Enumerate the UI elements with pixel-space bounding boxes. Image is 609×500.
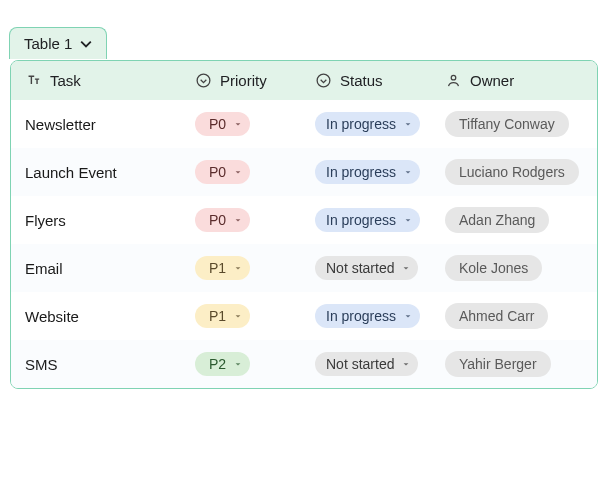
status-value: In progress bbox=[326, 164, 396, 180]
status-pill[interactable]: In progress bbox=[315, 304, 420, 328]
table-row: NewsletterP0In progressTiffany Conway bbox=[11, 100, 597, 148]
priority-value: P0 bbox=[209, 164, 226, 180]
owner-pill[interactable]: Luciano Rodgers bbox=[445, 159, 579, 185]
table-container: Task Priority Status Owner NewsletterP0I… bbox=[10, 60, 598, 389]
status-pill[interactable]: In progress bbox=[315, 160, 420, 184]
priority-pill[interactable]: P0 bbox=[195, 112, 250, 136]
priority-pill[interactable]: P1 bbox=[195, 304, 250, 328]
priority-value: P0 bbox=[209, 116, 226, 132]
owner-pill[interactable]: Kole Jones bbox=[445, 255, 542, 281]
status-value: In progress bbox=[326, 212, 396, 228]
task-cell[interactable]: SMS bbox=[25, 356, 58, 373]
table-tab[interactable]: Table 1 bbox=[9, 27, 107, 59]
table-body: NewsletterP0In progressTiffany ConwayLau… bbox=[11, 100, 597, 388]
task-cell[interactable]: Launch Event bbox=[25, 164, 117, 181]
priority-value: P2 bbox=[209, 356, 226, 372]
priority-pill[interactable]: P1 bbox=[195, 256, 250, 280]
dropdown-circle-icon bbox=[315, 72, 332, 89]
table-tab-label: Table 1 bbox=[24, 35, 72, 52]
status-pill[interactable]: Not started bbox=[315, 352, 418, 376]
table-row: EmailP1Not startedKole Jones bbox=[11, 244, 597, 292]
priority-value: P0 bbox=[209, 212, 226, 228]
status-pill[interactable]: In progress bbox=[315, 112, 420, 136]
priority-pill[interactable]: P2 bbox=[195, 352, 250, 376]
svg-point-1 bbox=[317, 74, 330, 87]
col-header-owner[interactable]: Owner bbox=[470, 72, 514, 89]
table-row: Launch EventP0In progressLuciano Rodgers bbox=[11, 148, 597, 196]
col-header-task[interactable]: Task bbox=[50, 72, 81, 89]
owner-pill[interactable]: Adan Zhang bbox=[445, 207, 549, 233]
table-row: FlyersP0In progressAdan Zhang bbox=[11, 196, 597, 244]
col-header-status[interactable]: Status bbox=[340, 72, 383, 89]
owner-pill[interactable]: Ahmed Carr bbox=[445, 303, 548, 329]
dropdown-circle-icon bbox=[195, 72, 212, 89]
priority-pill[interactable]: P0 bbox=[195, 160, 250, 184]
table-header: Task Priority Status Owner bbox=[11, 61, 597, 100]
status-value: Not started bbox=[326, 260, 394, 276]
status-value: Not started bbox=[326, 356, 394, 372]
owner-pill[interactable]: Yahir Berger bbox=[445, 351, 551, 377]
priority-pill[interactable]: P0 bbox=[195, 208, 250, 232]
svg-point-0 bbox=[197, 74, 210, 87]
table-row: SMSP2Not startedYahir Berger bbox=[11, 340, 597, 388]
person-icon bbox=[445, 72, 462, 89]
task-cell[interactable]: Flyers bbox=[25, 212, 66, 229]
priority-value: P1 bbox=[209, 260, 226, 276]
svg-point-2 bbox=[451, 75, 456, 80]
task-cell[interactable]: Website bbox=[25, 308, 79, 325]
priority-value: P1 bbox=[209, 308, 226, 324]
status-value: In progress bbox=[326, 116, 396, 132]
text-type-icon bbox=[25, 72, 42, 89]
col-header-priority[interactable]: Priority bbox=[220, 72, 267, 89]
table-row: WebsiteP1In progressAhmed Carr bbox=[11, 292, 597, 340]
owner-pill[interactable]: Tiffany Conway bbox=[445, 111, 569, 137]
status-value: In progress bbox=[326, 308, 396, 324]
chevron-down-icon bbox=[80, 38, 92, 50]
task-cell[interactable]: Email bbox=[25, 260, 63, 277]
task-cell[interactable]: Newsletter bbox=[25, 116, 96, 133]
status-pill[interactable]: Not started bbox=[315, 256, 418, 280]
status-pill[interactable]: In progress bbox=[315, 208, 420, 232]
